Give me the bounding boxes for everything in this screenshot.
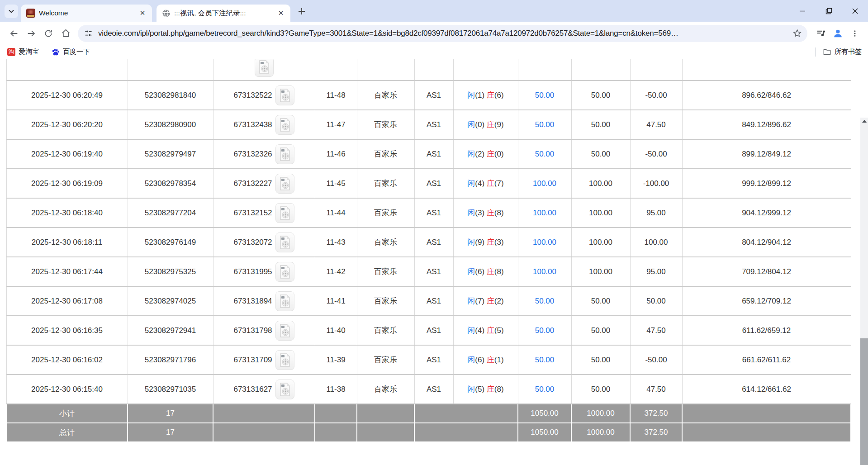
cell-balance: 896.62/846.62 [682,81,851,110]
vertical-scrollbar[interactable] [860,118,868,465]
cell-game-name: 百家乐 [357,316,414,345]
video-replay-button[interactable] [275,350,294,370]
cell-bet-amount: 50.00 [518,286,571,316]
game-id-text: 673132522 [233,91,272,100]
bet-table-body: 2025-12-30 06:20:49523082981840673132522 [6,59,851,442]
banker-label: 庄 [487,326,494,335]
cell-round: 11-46 [315,139,357,169]
video-replay-button[interactable] [255,59,274,77]
back-button[interactable] [5,25,23,42]
cell-valid-amount: 100.00 [571,257,630,286]
player-label: 闲 [467,385,475,394]
video-replay-button[interactable] [275,262,294,282]
home-button[interactable] [57,25,74,42]
cell-result: 闲(7) 庄(2) [453,286,518,316]
close-tab-icon[interactable]: ✕ [276,8,286,18]
reload-button[interactable] [40,25,57,42]
video-replay-button[interactable] [275,174,294,194]
cell-table-code: AS1 [414,198,453,228]
menu-button[interactable] [846,25,863,42]
cell-table-code: AS1 [414,169,453,198]
chevron-down-icon [8,8,14,14]
media-controls-button[interactable] [812,25,829,42]
video-replay-button[interactable] [275,232,294,252]
baidu-icon [52,48,60,56]
cell-bet-time: 2025-12-30 06:16:02 [6,345,128,375]
cell-table-code: AS1 [414,81,453,110]
video-replay-button[interactable] [275,291,294,311]
game-id-text: 673131709 [233,356,272,365]
banker-label: 庄 [487,356,494,364]
bet-amount-link[interactable]: 50.00 [535,297,555,305]
cell-game-name: 百家乐 [357,375,414,404]
cell-empty [357,59,414,81]
reload-icon [44,29,53,38]
cell-balance: 611.62/659.12 [682,316,851,345]
bet-amount-link[interactable]: 50.00 [535,356,555,364]
video-file-icon [279,177,291,190]
video-replay-button[interactable] [275,85,294,105]
profile-button[interactable] [829,25,846,42]
new-tab-button[interactable] [294,4,309,19]
cell-valid-amount: 50.00 [571,139,630,169]
cell-bet-id: 523082975325 [128,257,213,286]
cell-bet-time: 2025-12-30 06:16:35 [6,316,128,345]
total-row: 总计171050.001000.00372.50 [6,423,851,442]
site-info-icon [84,29,93,38]
player-label: 闲 [467,209,475,217]
cell-valid-amount: 100.00 [571,228,630,257]
table-row: 2025-12-30 06:16:35523082972941673131798 [6,316,851,345]
cell-balance: 849.12/896.62 [682,110,851,139]
all-bookmarks-button[interactable]: 所有书签 [823,47,862,56]
game-id-text: 673132227 [233,179,272,188]
minimize-button[interactable] [789,0,816,22]
cell-empty [453,59,518,81]
scrollbar-thumb[interactable] [860,338,868,465]
bookmark-star-icon[interactable] [792,28,802,38]
bet-amount-link[interactable]: 50.00 [535,150,555,158]
cell-game-id: 673131627 [213,375,315,404]
tab-bet-record[interactable]: :::视讯, 会员下注纪录::: ✕ [157,5,290,22]
cell-bet-time: 2025-12-30 06:17:08 [6,286,128,316]
address-bar[interactable]: videoie.com/ipl/portal.php/game/betrecor… [78,25,807,42]
bet-amount-link[interactable]: 50.00 [535,385,555,394]
bet-amount-link[interactable]: 100.00 [533,179,556,188]
cell-valid-amount: 50.00 [571,286,630,316]
video-file-icon [279,353,291,367]
bookmark-baidu[interactable]: 百度一下 [52,47,90,56]
footer-winloss-total: 372.50 [630,404,682,423]
table-row: 2025-12-30 06:20:49523082981840673132522 [6,81,851,110]
bet-amount-link[interactable]: 50.00 [535,91,555,100]
video-replay-button[interactable] [275,321,294,341]
bet-amount-link[interactable]: 100.00 [533,238,556,247]
cell-game-id: 673131709 [213,345,315,375]
close-window-button[interactable] [842,0,868,22]
scrollbar-up-arrow[interactable] [860,118,868,125]
close-tab-icon[interactable]: ✕ [138,8,147,18]
footer-label: 总计 [6,423,128,442]
bet-amount-link[interactable]: 50.00 [535,120,555,129]
tab-search-button[interactable] [5,5,18,18]
cell-game-name: 百家乐 [357,110,414,139]
cell-bet-amount: 50.00 [518,81,571,110]
tab-welcome[interactable]: Welcome ✕ [21,5,152,22]
bet-amount-link[interactable]: 50.00 [535,326,555,335]
cell-empty [518,59,571,81]
bet-amount-link[interactable]: 100.00 [533,267,556,276]
video-replay-button[interactable] [275,380,294,399]
cell-valid-amount: 50.00 [571,81,630,110]
restore-button[interactable] [816,0,842,22]
plus-icon [298,7,306,15]
globe-icon [162,9,171,18]
bookmark-aitaobao[interactable]: 淘 爱淘宝 [7,47,39,56]
cell-gameid-partial [213,59,315,81]
cell-balance: 904.12/999.12 [682,198,851,228]
video-replay-button[interactable] [275,144,294,164]
media-playlist-icon [816,28,825,38]
forward-button[interactable] [23,25,40,42]
video-replay-button[interactable] [275,115,294,135]
table-row: 2025-12-30 06:18:11523082976149673132072 [6,228,851,257]
bet-amount-link[interactable]: 100.00 [533,209,556,217]
video-replay-button[interactable] [275,203,294,223]
cell-empty [630,59,682,81]
